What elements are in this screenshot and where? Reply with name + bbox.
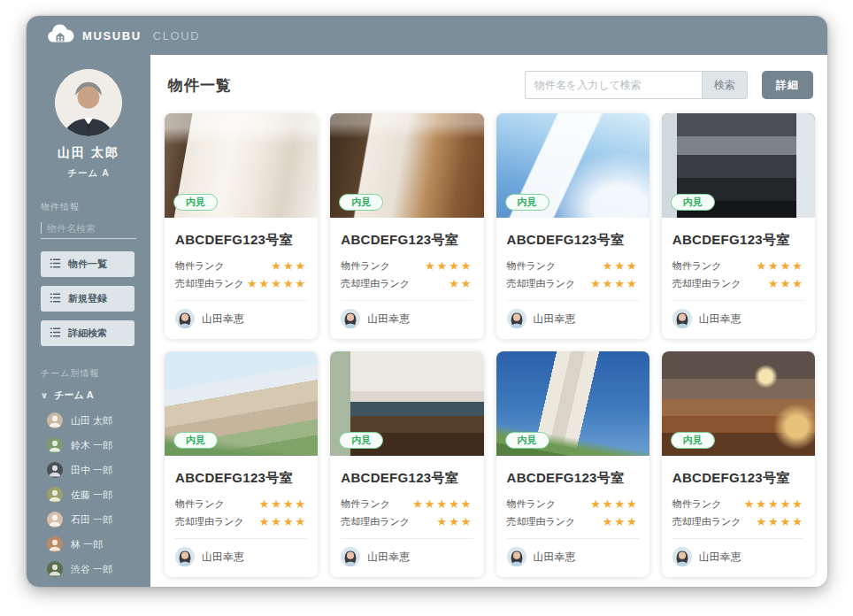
sale-reason-rank-stars: ★★★ — [768, 277, 804, 290]
sidebar-nav-button[interactable]: 新規登録 — [41, 286, 134, 312]
agent-name: 山田幸恵 — [367, 550, 410, 565]
member-avatar — [47, 487, 63, 503]
property-card-grid: 内見 ABCDEFG123号室 物件ランク ★★★ 売却理由ランク ★★★★★ — [165, 113, 815, 577]
property-card[interactable]: 内見 ABCDEFG123号室 物件ランク ★★★★ 売却理由ランク ★★ — [330, 113, 483, 339]
sidebar: 山田 太郎 チーム A 物件情報 — [27, 55, 150, 587]
property-rank-stars: ★★★★ — [756, 259, 804, 273]
member-name: 石田 一郎 — [71, 513, 112, 527]
app-window: MUSUBU CLOUD 山田 太郎 チーム A 物件情報 — [27, 16, 827, 587]
sale-reason-rank-stars: ★★★ — [603, 515, 639, 528]
card-divider — [507, 538, 639, 539]
property-card[interactable]: 内見 ABCDEFG123号室 物件ランク ★★★ 売却理由ランク ★★★★ — [496, 113, 649, 339]
card-divider — [341, 300, 473, 301]
sidebar-nav-label: 詳細検索 — [68, 327, 107, 340]
sale-reason-rank-label: 売却理由ランク — [341, 277, 410, 290]
property-rank-label: 物件ランク — [341, 259, 390, 273]
property-rank-stars: ★★★★★ — [744, 497, 804, 511]
property-card[interactable]: 内見 ABCDEFG123号室 物件ランク ★★★★★ 売却理由ランク ★★★★ — [662, 351, 815, 577]
sale-reason-rank-stars: ★★★★ — [590, 277, 639, 290]
team-member-row[interactable]: 渋谷 一郎 — [41, 561, 136, 577]
property-rank-stars: ★★★ — [271, 259, 307, 273]
team-member-row[interactable]: 鈴木 一郎 — [41, 437, 136, 453]
teal-sofa-living-room-photo: 内見 — [330, 351, 483, 456]
property-card[interactable]: 内見 ABCDEFG123号室 物件ランク ★★★★★ 売却理由ランク ★★★ — [330, 351, 483, 577]
property-title: ABCDEFG123号室 — [341, 470, 473, 487]
team-row-open[interactable]: ∨ チーム A — [41, 389, 136, 402]
brand-name-bold: MUSUBU — [82, 29, 142, 42]
sidebar-nav-button[interactable]: 詳細検索 — [41, 320, 134, 346]
member-name: 山田 太郎 — [71, 414, 112, 427]
agent-name: 山田幸恵 — [202, 550, 244, 565]
agent-avatar — [507, 547, 526, 566]
user-team: チーム A — [41, 167, 136, 180]
sale-reason-rank-stars: ★★★★★ — [247, 277, 307, 290]
agent-row: 山田幸恵 — [672, 309, 804, 328]
member-name: 佐藤 一郎 — [71, 489, 112, 502]
sale-reason-rank-label: 売却理由ランク — [175, 277, 244, 290]
property-rank-label: 物件ランク — [507, 259, 557, 273]
property-search-input[interactable] — [525, 71, 702, 99]
detail-button[interactable]: 詳細 — [762, 71, 813, 99]
dark-living-room-photo: 内見 — [662, 113, 815, 218]
team-member-row[interactable]: 石田 一郎 — [41, 512, 136, 527]
warm-evening-living-room-photo: 内見 — [662, 351, 815, 456]
sale-reason-rank-label: 売却理由ランク — [672, 277, 742, 290]
property-rank-label: 物件ランク — [175, 259, 225, 273]
brand-logo: MUSUBU CLOUD — [46, 23, 200, 48]
member-name: 林 一郎 — [71, 538, 103, 551]
agent-name: 山田幸恵 — [534, 312, 576, 327]
team-member-row[interactable]: 林 一郎 — [41, 536, 136, 552]
user-avatar — [55, 69, 122, 136]
property-card[interactable]: 内見 ABCDEFG123号室 物件ランク ★★★★ 売却理由ランク ★★★ — [662, 113, 815, 339]
viewing-badge: 内見 — [173, 432, 218, 449]
sale-reason-rank-stars: ★★★★ — [259, 515, 308, 528]
tower-deep-blue-sky-photo: 内見 — [496, 351, 649, 456]
sidebar-search-input[interactable] — [47, 223, 136, 234]
property-rank-stars: ★★★ — [603, 259, 639, 273]
sale-reason-rank-label: 売却理由ランク — [672, 515, 742, 528]
agent-name: 山田幸恵 — [202, 312, 244, 327]
low-rise-apartment-photo: 内見 — [165, 351, 318, 456]
card-divider — [672, 538, 804, 539]
sidebar-nav-label: 新規登録 — [68, 292, 107, 305]
top-header-bar: MUSUBU CLOUD — [27, 16, 827, 55]
agent-avatar — [507, 309, 526, 328]
section-label-property: 物件情報 — [41, 201, 136, 213]
property-rank-stars: ★★★★ — [425, 259, 473, 273]
card-divider — [175, 538, 307, 539]
sidebar-search — [41, 222, 136, 239]
sale-reason-rank-label: 売却理由ランク — [341, 515, 410, 528]
property-title: ABCDEFG123号室 — [341, 232, 473, 249]
agent-avatar — [341, 309, 360, 328]
team-member-row[interactable]: 佐藤 一郎 — [41, 487, 136, 503]
property-search: 検索 — [525, 71, 748, 99]
user-name: 山田 太郎 — [41, 145, 136, 161]
section-label-teams: チーム別情報 — [41, 367, 136, 380]
member-name: 田中 一郎 — [71, 464, 112, 477]
viewing-badge: 内見 — [339, 432, 383, 449]
agent-avatar — [175, 309, 195, 328]
property-title: ABCDEFG123号室 — [175, 232, 307, 249]
bright-kitchen-photo: 内見 — [165, 113, 318, 218]
plus-circle-icon — [50, 292, 61, 305]
search-button[interactable]: 検索 — [702, 71, 748, 99]
card-divider — [672, 300, 804, 301]
team-member-row[interactable]: 田中 一郎 — [41, 462, 136, 478]
viewing-badge: 内見 — [339, 194, 383, 211]
property-rank-stars: ★★★★★ — [412, 497, 473, 511]
property-title: ABCDEFG123号室 — [175, 470, 307, 487]
agent-name: 山田幸恵 — [699, 550, 742, 565]
dark-cabinet-kitchen-photo: 内見 — [330, 113, 483, 218]
cloud-house-logo-icon — [46, 23, 74, 48]
team-member-row[interactable]: 山田 太郎 — [41, 412, 136, 428]
property-card[interactable]: 内見 ABCDEFG123号室 物件ランク ★★★★ 売却理由ランク ★★★★ — [165, 351, 318, 577]
chevron-down-icon: ∨ — [41, 390, 48, 400]
member-avatar — [47, 437, 63, 453]
property-card[interactable]: 内見 ABCDEFG123号室 物件ランク ★★★ 売却理由ランク ★★★★★ — [165, 113, 318, 339]
sidebar-nav-button[interactable]: 物件一覧 — [41, 251, 134, 277]
search-icon — [50, 327, 61, 340]
agent-name: 山田幸恵 — [699, 312, 742, 327]
property-card[interactable]: 内見 ABCDEFG123号室 物件ランク ★★★★ 売却理由ランク ★★★ — [496, 351, 649, 577]
agent-row: 山田幸恵 — [672, 547, 804, 566]
sale-reason-rank-label: 売却理由ランク — [507, 515, 576, 528]
